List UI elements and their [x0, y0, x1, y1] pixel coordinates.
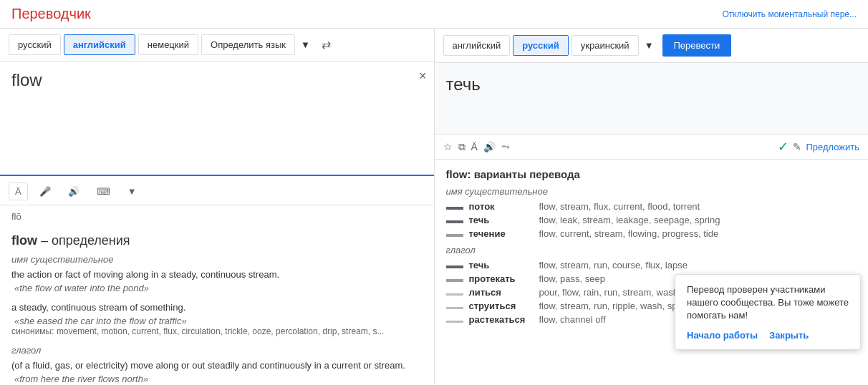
source-lang-bar: русский английский немецкий Определить я… [0, 29, 434, 62]
font-right-btn[interactable]: Ä [471, 141, 478, 152]
share-btn[interactable]: ⤳ [501, 141, 510, 152]
keyboard-btn[interactable]: ⌨ [91, 183, 116, 200]
variant-word-v5: растекаться [469, 314, 534, 325]
def-item-2: a steady, continuous stream of something… [11, 302, 423, 336]
variant-trans-v1: flow, stream, run, course, flux, lapse [539, 260, 688, 271]
def-text-2: a steady, continuous stream of something… [11, 302, 423, 313]
variant-bar-v5 [446, 321, 463, 323]
target-lang-more-btn[interactable]: ▼ [642, 36, 657, 55]
tooltip-actions: Начало работы Закрыть [687, 330, 849, 341]
variant-trans-v2: flow, pass, seep [539, 273, 606, 284]
variant-trans-1: flow, stream, flux, current, flood, torr… [539, 201, 700, 212]
def-example-2: «she eased the car into the flow of traf… [14, 316, 423, 326]
variant-word-v2: протекать [469, 273, 534, 284]
definitions-section: flow – определения имя существительное t… [0, 225, 434, 384]
right-panel: английский русский украинский ▼ Перевест… [435, 29, 869, 384]
tooltip-close-btn[interactable]: Закрыть [769, 330, 809, 341]
phonetic-text: flō [0, 205, 434, 225]
variant-bar-v1 [446, 265, 463, 268]
variant-bar-1 [446, 207, 463, 210]
lang-btn-detect[interactable]: Определить язык [201, 34, 295, 55]
lang-btn-russian[interactable]: русский [9, 34, 61, 55]
variant-word-v1: течь [469, 260, 534, 271]
lang-btn-german[interactable]: немецкий [138, 34, 198, 55]
target-lang-russian[interactable]: русский [513, 35, 569, 56]
variants-section: flow: варианты перевода имя существитель… [435, 160, 869, 384]
variant-noun-2: течь flow, leak, stream, leakage, seepag… [446, 215, 857, 225]
variants-noun-label: имя существительное [446, 186, 857, 197]
variant-bar-v2 [446, 279, 463, 282]
variant-bar-v4 [446, 307, 463, 309]
variant-trans-v4: flow, stream, run, ripple, wash, spout [539, 301, 690, 311]
tooltip-start-btn[interactable]: Начало работы [687, 330, 758, 341]
disable-instant-link[interactable]: Отключить моментальный пере... [722, 9, 857, 19]
suggest-btn[interactable]: Предложить [806, 142, 859, 152]
variants-verb-label: глагол [446, 245, 857, 255]
target-lang-ukrainian[interactable]: украинский [572, 35, 639, 56]
variant-word-3: течение [469, 228, 534, 239]
variant-word-v3: литься [469, 287, 534, 298]
definition-title: flow – определения [11, 233, 423, 248]
variant-trans-3: flow, current, stream, flowing, progress… [539, 228, 719, 239]
def-text-verb: (of a fluid, gas, or electricity) move a… [11, 360, 423, 371]
app-title: Переводчик [11, 6, 91, 22]
copy-btn[interactable]: ⧉ [458, 141, 466, 153]
check-icon: ✓ [778, 139, 789, 155]
mic-btn[interactable]: 🎤 [34, 183, 57, 200]
left-panel: русский английский немецкий Определить я… [0, 29, 435, 384]
variant-bar-v3 [446, 293, 463, 296]
def-text-1: the action or fact of moving along in a … [11, 269, 423, 280]
variant-bar-3 [446, 234, 463, 237]
translation-output: течь [435, 63, 869, 135]
translation-text: течь [446, 74, 481, 94]
tooltip-text: Перевод проверен участниками нашего сооб… [687, 283, 849, 323]
variants-title: flow: варианты перевода [446, 168, 857, 180]
synonyms-1: синонимы: movement, motion, current, flu… [11, 326, 423, 336]
variant-word-v4: струиться [469, 301, 534, 311]
tooltip-popup: Перевод проверен участниками нашего сооб… [675, 274, 861, 350]
variant-word-1: поток [469, 201, 534, 212]
right-toolbar: ☆ ⧉ Ä 🔊 ⤳ ✓ ✎ Предложить [435, 135, 869, 160]
translate-btn[interactable]: Перевести [662, 34, 732, 57]
lang-btn-english[interactable]: английский [64, 34, 135, 55]
variant-trans-v5: flow, channel off [539, 314, 606, 325]
clear-input-btn[interactable]: × [419, 69, 427, 84]
swap-languages-btn[interactable]: ⇄ [322, 38, 331, 52]
star-btn[interactable]: ☆ [443, 141, 453, 152]
def-item-verb: (of a fluid, gas, or electricity) move a… [11, 360, 423, 384]
target-lang-english[interactable]: английский [443, 35, 511, 56]
variant-noun-1: поток flow, stream, flux, current, flood… [446, 201, 857, 212]
def-example-verb: «from here the river flows north» [14, 374, 423, 384]
speaker-btn[interactable]: 🔊 [62, 183, 85, 200]
variant-bar-2 [446, 220, 463, 223]
speaker-right-btn[interactable]: 🔊 [483, 141, 496, 152]
verb-pos-label: глагол [11, 345, 423, 356]
source-toolbar: Ä 🎤 🔊 ⌨ ▼ [0, 178, 434, 205]
source-input-area: flow × [0, 62, 434, 178]
target-lang-bar: английский русский украинский ▼ Перевест… [435, 29, 869, 63]
variant-noun-3: течение flow, current, stream, flowing, … [446, 228, 857, 239]
def-item-1: the action or fact of moving along in a … [11, 269, 423, 293]
lang-more-btn[interactable]: ▼ [298, 35, 313, 54]
variant-trans-2: flow, leak, stream, leakage, seepage, sp… [539, 215, 720, 225]
header: Переводчик Отключить моментальный пере..… [0, 0, 868, 29]
variant-word-2: течь [469, 215, 534, 225]
font-btn[interactable]: Ä [9, 182, 28, 200]
noun-pos-label: имя существительное [11, 254, 423, 265]
suggest-area: ✓ ✎ Предложить [778, 139, 859, 155]
def-example-1: «the flow of water into the pond» [14, 283, 423, 293]
pencil-icon[interactable]: ✎ [793, 141, 801, 152]
variant-verb-1: течь flow, stream, run, course, flux, la… [446, 260, 857, 271]
source-input[interactable]: flow [0, 62, 434, 176]
variant-trans-v3: pour, flow, rain, run, stream, wash [539, 287, 678, 298]
keyboard-more-btn[interactable]: ▼ [122, 183, 143, 200]
